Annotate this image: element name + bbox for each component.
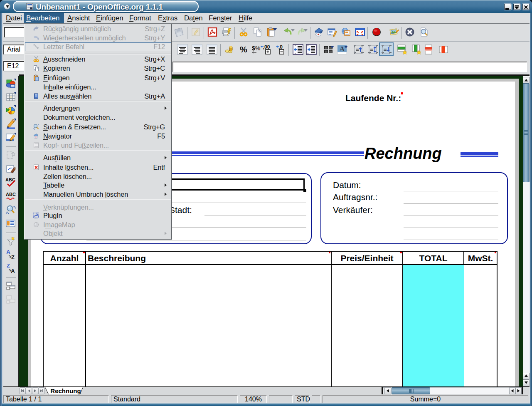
svg-text:A: A: [11, 268, 15, 274]
svg-text:Z: Z: [7, 263, 10, 269]
svg-text:%: %: [240, 45, 247, 54]
svg-text:Z: Z: [11, 254, 15, 260]
svg-text:ABC: ABC: [6, 192, 16, 197]
svg-text:%: %: [255, 45, 261, 52]
svg-text:,00: ,00: [263, 44, 270, 50]
svg-text:A: A: [6, 249, 10, 255]
svg-text:,0: ,0: [278, 44, 283, 50]
